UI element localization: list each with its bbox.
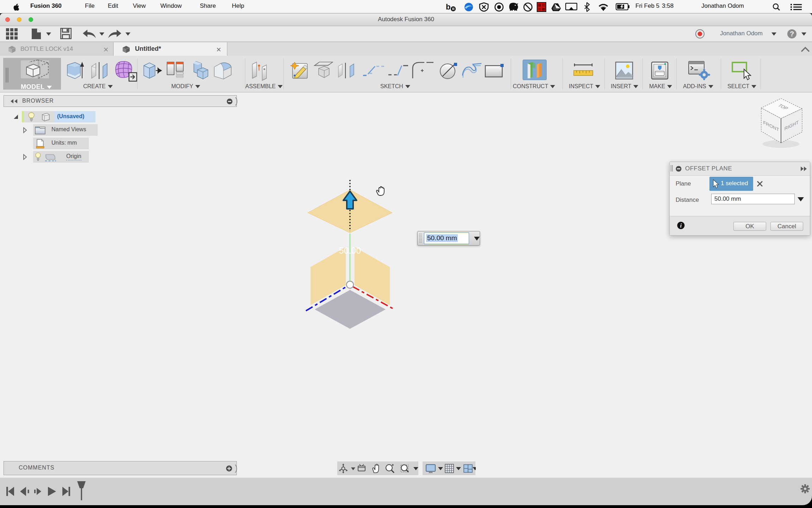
svg-text:50.00: 50.00 xyxy=(339,246,361,255)
svg-text:b: b xyxy=(446,2,450,11)
svg-text:?: ? xyxy=(790,30,794,38)
svg-text:i: i xyxy=(680,223,682,229)
